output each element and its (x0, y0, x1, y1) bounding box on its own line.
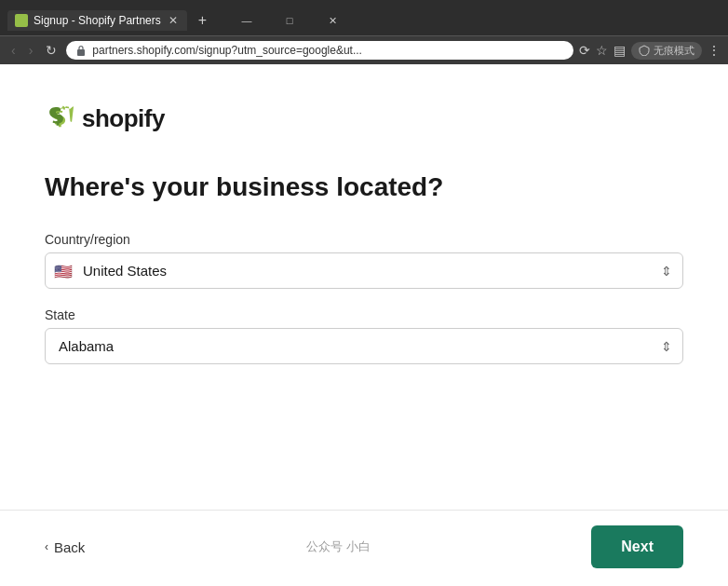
address-bar[interactable]: partners.shopify.com/signup?utm_source=g… (66, 41, 573, 60)
country-form-group: Country/region 🇺🇸 United States Canada U… (45, 232, 683, 289)
new-tab-button[interactable]: + (191, 8, 214, 33)
state-form-group: State Alabama Alaska Arizona Arkansas Ca… (45, 307, 683, 364)
back-label: Back (54, 539, 85, 555)
privacy-label: 无痕模式 (654, 44, 694, 58)
country-select-wrapper: 🇺🇸 United States Canada United Kingdom A… (45, 252, 683, 289)
tab-favicon-icon (15, 14, 28, 27)
browser-toolbar: ‹ › ↻ partners.shopify.com/signup?utm_so… (0, 35, 728, 64)
shopify-wordmark: shopify (82, 104, 165, 133)
browser-chrome: Signup - Shopify Partners ✕ + — □ ✕ ‹ › … (0, 0, 728, 64)
shopify-bag-icon (45, 102, 74, 135)
tab-close-icon[interactable]: ✕ (167, 14, 180, 27)
state-select[interactable]: Alabama Alaska Arizona Arkansas Californ… (45, 328, 683, 364)
maximize-button[interactable]: □ (268, 6, 311, 35)
privacy-badge: 无痕模式 (631, 42, 702, 60)
toolbar-actions: ⟳ ☆ ▤ 无痕模式 ⋮ (579, 42, 721, 60)
sidebar-icon[interactable]: ▤ (613, 43, 626, 58)
translate-icon[interactable]: ⟳ (579, 43, 590, 58)
back-button[interactable]: ‹ Back (45, 539, 85, 555)
country-label: Country/region (45, 232, 683, 247)
lock-icon (75, 45, 87, 56)
menu-icon[interactable]: ⋮ (708, 43, 721, 58)
country-select[interactable]: United States Canada United Kingdom Aust… (45, 252, 683, 289)
svg-rect-0 (77, 49, 85, 56)
back-chevron-icon: ‹ (45, 540, 48, 553)
bottom-bar: ‹ Back 公众号 小白 Next (0, 510, 728, 583)
page-heading: Where's your business located? (45, 172, 683, 202)
forward-nav-button[interactable]: › (25, 41, 37, 60)
back-nav-button[interactable]: ‹ (7, 41, 20, 60)
url-text: partners.shopify.com/signup?utm_source=g… (92, 44, 564, 57)
reload-button[interactable]: ↻ (42, 41, 61, 60)
shopify-logo: shopify (45, 102, 683, 135)
state-label: State (45, 307, 683, 322)
next-button[interactable]: Next (591, 525, 683, 568)
privacy-icon (639, 45, 650, 56)
page-content: shopify Where's your business located? C… (0, 64, 728, 583)
state-select-wrapper: Alabama Alaska Arizona Arkansas Californ… (45, 328, 683, 364)
tab-title: Signup - Shopify Partners (34, 14, 161, 27)
bookmark-icon[interactable]: ☆ (596, 43, 608, 58)
browser-tab[interactable]: Signup - Shopify Partners ✕ (7, 10, 187, 31)
watermark-text: 公众号 小白 (306, 538, 371, 555)
minimize-button[interactable]: — (225, 6, 268, 35)
window-controls: — □ ✕ (225, 6, 354, 35)
close-button[interactable]: ✕ (311, 6, 354, 35)
